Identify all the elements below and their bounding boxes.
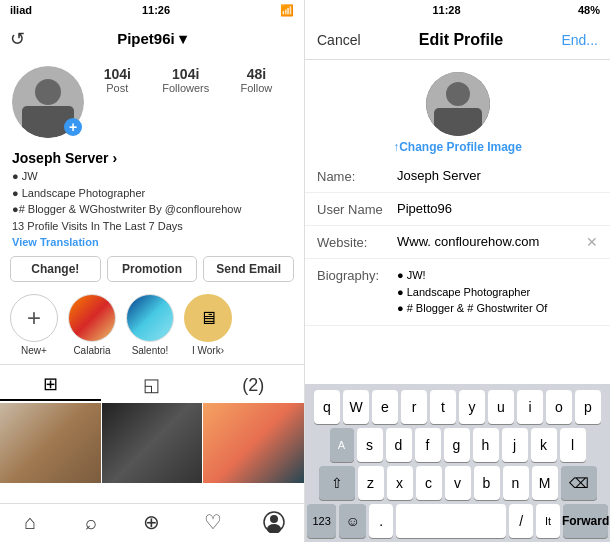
key-q[interactable]: q	[314, 390, 340, 424]
website-label: Website:	[317, 234, 397, 250]
highlight-salento-label: Salento!	[132, 345, 169, 356]
status-bar-right: 11:28 48%	[305, 0, 610, 20]
tab-count[interactable]: (2)	[203, 369, 304, 401]
delete-key[interactable]: ⌫	[561, 466, 597, 500]
key-f[interactable]: f	[415, 428, 441, 462]
nav-profile[interactable]	[243, 510, 304, 534]
key-n[interactable]: n	[503, 466, 529, 500]
username-display[interactable]: Pipet96i ▾	[117, 30, 187, 48]
tab-bar: ⊞ ◱ (2)	[0, 364, 304, 403]
status-bar-left: iliad 11:26 📶	[0, 0, 304, 20]
field-username: User Name Pipetto96	[305, 193, 610, 226]
key-j[interactable]: j	[502, 428, 528, 462]
clear-website-button[interactable]: ✕	[586, 234, 598, 250]
tab-grid[interactable]: ⊞	[0, 369, 101, 401]
profile-bio: ● JW ● Landscape Photographer ●# Blogger…	[0, 168, 304, 234]
key-w[interactable]: W	[343, 390, 369, 424]
send-email-button[interactable]: Send Email	[203, 256, 294, 282]
posts-stat: 104i Post	[104, 66, 131, 94]
key-e[interactable]: e	[372, 390, 398, 424]
highlight-calabria-circle	[68, 294, 116, 342]
key-k[interactable]: k	[531, 428, 557, 462]
tab-tagged[interactable]: ◱	[101, 369, 202, 401]
key-m[interactable]: M	[532, 466, 558, 500]
key-t[interactable]: t	[430, 390, 456, 424]
avatar-container[interactable]: +	[12, 66, 84, 138]
username-label: User Name	[317, 201, 397, 217]
field-website: Website: Www. conflourehow.com ✕	[305, 226, 610, 259]
highlight-iwork[interactable]: 🖥 I Work›	[184, 294, 232, 356]
emoji-key[interactable]: ☺	[339, 504, 366, 538]
bio-line-3: ●# Blogger & WGhostwriter By @confloureh…	[12, 201, 292, 218]
done-button[interactable]: End...	[561, 32, 598, 48]
key-c[interactable]: c	[416, 466, 442, 500]
post-2[interactable]	[102, 403, 203, 483]
posts-label: Post	[104, 82, 131, 94]
highlight-calabria-label: Calabria	[73, 345, 110, 356]
key-y[interactable]: y	[459, 390, 485, 424]
key-r[interactable]: r	[401, 390, 427, 424]
nav-search[interactable]: ⌕	[61, 510, 122, 534]
followers-count: 104i	[162, 66, 209, 82]
biography-value[interactable]: ● JW!● Landscape Photographer● # Blogger…	[397, 267, 598, 317]
shift-key[interactable]: ⇧	[319, 466, 355, 500]
nav-likes[interactable]: ♡	[182, 510, 243, 534]
forward-key[interactable]: Forward	[563, 504, 608, 538]
svg-point-5	[270, 515, 278, 523]
key-p[interactable]: p	[575, 390, 601, 424]
nav-home[interactable]: ⌂	[0, 510, 61, 534]
view-translation-link[interactable]: View Translation	[0, 234, 304, 252]
key-z[interactable]: z	[358, 466, 384, 500]
following-label: Follow	[241, 82, 273, 94]
keyboard-bottom-row: 123 ☺ . / It Forward	[307, 504, 608, 538]
website-value[interactable]: Www. conflourehow.com	[397, 234, 582, 249]
it-key[interactable]: It	[536, 504, 560, 538]
promotion-button[interactable]: Promotion	[107, 256, 198, 282]
bottom-nav: ⌂ ⌕ ⊕ ♡	[0, 503, 304, 542]
highlight-new-circle[interactable]: +	[10, 294, 58, 342]
slash-key[interactable]: /	[509, 504, 533, 538]
back-button[interactable]: ↺	[10, 28, 25, 50]
keyboard-row-1: q W e r t y u i o p	[307, 390, 608, 424]
cancel-button[interactable]: Cancel	[317, 32, 361, 48]
svg-point-1	[35, 79, 61, 105]
key-o[interactable]: o	[546, 390, 572, 424]
space-key[interactable]	[396, 504, 506, 538]
svg-point-6	[267, 524, 281, 533]
key-h[interactable]: h	[473, 428, 499, 462]
change-photo-link[interactable]: ↑Change Profile Image	[393, 140, 522, 154]
following-stat[interactable]: 48i Follow	[241, 66, 273, 94]
key-s[interactable]: s	[357, 428, 383, 462]
highlight-salento-circle	[126, 294, 174, 342]
add-photo-button[interactable]: +	[64, 118, 82, 136]
numbers-key[interactable]: 123	[307, 504, 336, 538]
post-3[interactable]	[203, 403, 304, 483]
key-l[interactable]: l	[560, 428, 586, 462]
key-x[interactable]: x	[387, 466, 413, 500]
edit-avatar-section: ↑Change Profile Image	[305, 60, 610, 160]
username-value[interactable]: Pipetto96	[397, 201, 598, 216]
key-v[interactable]: v	[445, 466, 471, 500]
highlight-salento[interactable]: Salento!	[126, 294, 174, 356]
highlight-calabria[interactable]: Calabria	[68, 294, 116, 356]
change-button[interactable]: Change!	[10, 256, 101, 282]
period-key[interactable]: .	[369, 504, 393, 538]
edit-fields: Name: Joseph Server User Name Pipetto96 …	[305, 160, 610, 384]
key-i[interactable]: i	[517, 390, 543, 424]
key-b[interactable]: b	[474, 466, 500, 500]
followers-stat[interactable]: 104i Followers	[162, 66, 209, 94]
keyboard-row-3: ⇧ z x c v b n M ⌫	[307, 466, 608, 500]
key-g[interactable]: g	[444, 428, 470, 462]
key-a[interactable]: A	[330, 428, 354, 462]
key-d[interactable]: d	[386, 428, 412, 462]
key-u[interactable]: u	[488, 390, 514, 424]
edit-avatar[interactable]	[426, 72, 490, 136]
highlight-new[interactable]: + New+	[10, 294, 58, 356]
name-value[interactable]: Joseph Server	[397, 168, 598, 183]
action-buttons: Change! Promotion Send Email	[0, 252, 304, 286]
post-1[interactable]	[0, 403, 101, 483]
followers-label: Followers	[162, 82, 209, 94]
bio-line-4: 13 Profile Visits In The Last 7 Days	[12, 218, 292, 235]
edit-header: Cancel Edit Profile End...	[305, 20, 610, 60]
nav-add[interactable]: ⊕	[122, 510, 183, 534]
